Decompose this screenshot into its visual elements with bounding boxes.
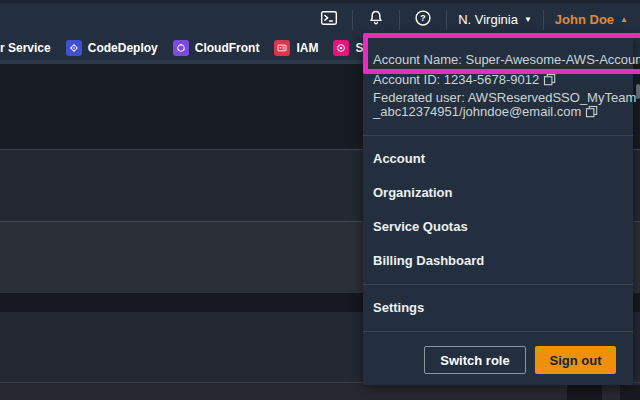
- topbar-divider: [543, 10, 544, 30]
- cloudshell-button[interactable]: [317, 8, 341, 32]
- copy-account-id-button[interactable]: [543, 73, 556, 89]
- chevron-up-icon: ▲: [620, 15, 628, 24]
- favorite-service-truncated[interactable]: r Service: [0, 41, 51, 55]
- federated-user-line2: _abc12374951/johndoe@email.com: [373, 104, 581, 119]
- settings-section: Settings: [363, 285, 633, 331]
- codedeploy-icon: [66, 40, 82, 56]
- region-label: N. Virginia: [458, 12, 518, 27]
- account-dropdown-menu: Account Name: Super-Awesome-AWS-Account …: [363, 36, 633, 385]
- favorite-service-codedeploy[interactable]: CodeDeploy: [66, 40, 158, 56]
- menu-item-service-quotas[interactable]: Service Quotas: [363, 210, 633, 244]
- favorite-service-iam[interactable]: IAM: [274, 40, 318, 56]
- federated-user-row: Federated user: AWSReservedSSO_MyTeam _a…: [373, 91, 619, 120]
- account-menu-nav: Account Organization Service Quotas Bill…: [363, 136, 633, 284]
- federated-user-line2-row: _abc12374951/johndoe@email.com: [373, 105, 619, 121]
- account-id-text: Account ID: 1234-5678-9012: [373, 72, 539, 87]
- chevron-down-icon: ▼: [524, 15, 532, 24]
- favorite-label: r Service: [0, 41, 51, 55]
- user-menu-button[interactable]: John Doe ▲: [555, 12, 628, 27]
- svg-text:?: ?: [421, 13, 426, 23]
- menu-item-organization[interactable]: Organization: [363, 176, 633, 210]
- topbar-divider: [399, 10, 400, 30]
- federated-user-line1: Federated user: AWSReservedSSO_MyTeam: [373, 91, 619, 105]
- sqs-icon: [333, 40, 349, 56]
- switch-role-button[interactable]: Switch role: [424, 346, 526, 374]
- user-name-label: John Doe: [555, 12, 614, 27]
- favorite-service-cloudfront[interactable]: CloudFront: [173, 40, 260, 56]
- menu-item-settings[interactable]: Settings: [363, 291, 633, 325]
- favorite-label: CodeDeploy: [88, 41, 158, 55]
- cloudfront-icon: [173, 40, 189, 56]
- account-info-section: Account Name: Super-Awesome-AWS-Account …: [363, 36, 633, 135]
- cloudshell-terminal-icon: [319, 8, 339, 32]
- sign-out-button[interactable]: Sign out: [535, 346, 616, 374]
- menu-item-account[interactable]: Account: [363, 142, 633, 176]
- account-id-row: Account ID: 1234-5678-9012: [373, 73, 619, 89]
- iam-icon: [274, 40, 290, 56]
- topbar-divider: [446, 10, 447, 30]
- region-selector[interactable]: N. Virginia ▼: [458, 12, 532, 27]
- question-mark-icon: ?: [413, 8, 433, 32]
- notifications-button[interactable]: [364, 8, 388, 32]
- favorite-label: IAM: [296, 41, 318, 55]
- top-navigation-bar: ? N. Virginia ▼ John Doe ▲: [0, 0, 640, 36]
- copy-federated-user-button[interactable]: [585, 105, 598, 121]
- help-button[interactable]: ?: [411, 8, 435, 32]
- favorite-label: CloudFront: [195, 41, 260, 55]
- menu-button-row: Switch role Sign out: [363, 332, 633, 388]
- bell-icon: [366, 8, 386, 32]
- account-name-text: Account Name: Super-Awesome-AWS-Account: [373, 53, 619, 67]
- menu-item-billing-dashboard[interactable]: Billing Dashboard: [363, 244, 633, 278]
- topbar-divider: [352, 10, 353, 30]
- page-scrollbar-thumb[interactable]: [636, 84, 640, 99]
